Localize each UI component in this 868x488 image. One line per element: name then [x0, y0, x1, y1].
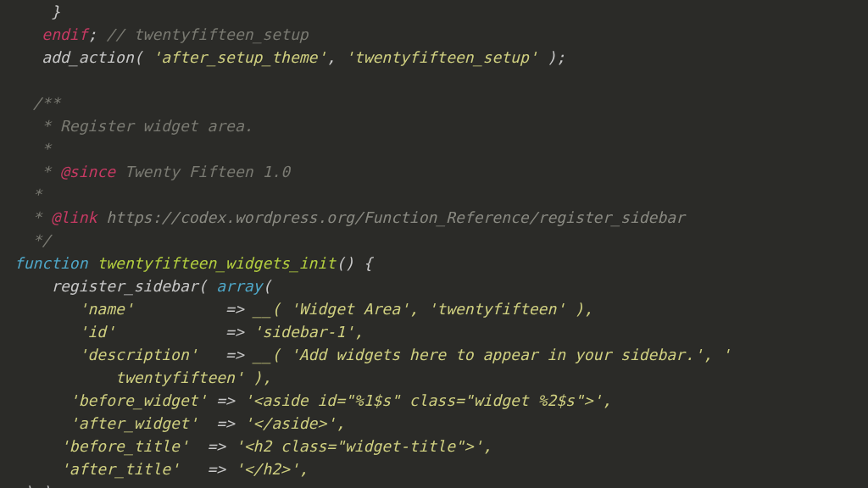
code-line: } — [5, 3, 60, 20]
code-line: 'name' => __( 'Widget Area', 'twentyfift… — [5, 300, 593, 318]
code-line: 'description' => __( 'Add widgets here t… — [5, 346, 731, 363]
code-line: 'after_title' => '</h2>', — [5, 460, 309, 478]
code-line: * — [5, 140, 51, 158]
code-line: * Register widget area. — [5, 117, 253, 135]
code-line: 'before_title' => '<h2 class="widget-tit… — [5, 437, 492, 455]
code-line: /** — [5, 94, 60, 112]
code-editor-viewport[interactable]: } endif; // twentyfifteen_setup add_acti… — [0, 0, 868, 488]
code-line: * @link https://codex.wordpress.org/Func… — [5, 208, 685, 226]
code-line: * — [5, 186, 42, 203]
code-line: */ — [5, 231, 51, 249]
code-line: 'before_widget' => '<aside id="%1$s" cla… — [5, 391, 611, 409]
code-line: * @since Twenty Fifteen 1.0 — [5, 163, 290, 180]
code-line: function twentyfifteen_widgets_init() { — [5, 254, 373, 272]
code-line: endif; // twentyfifteen_setup — [5, 25, 309, 43]
code-line: ) ); — [5, 483, 60, 488]
code-line: register_sidebar( array( — [5, 277, 271, 295]
code-line: 'id' => 'sidebar-1', — [5, 323, 364, 341]
code-line: twentyfifteen' ), — [5, 369, 271, 386]
code-line: add_action( 'after_setup_theme', 'twenty… — [5, 48, 565, 66]
code-line: 'after_widget' => '</aside>', — [5, 414, 345, 432]
